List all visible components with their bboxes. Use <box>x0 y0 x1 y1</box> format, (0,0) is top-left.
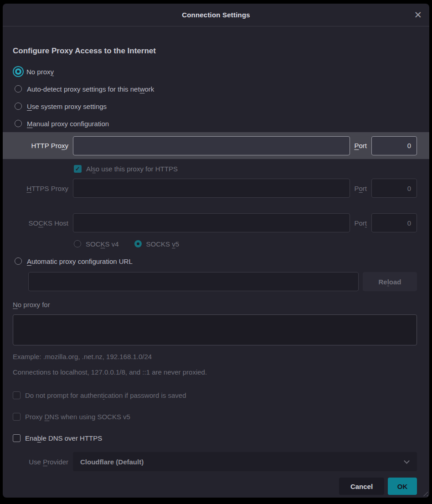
chevron-down-icon <box>404 458 410 464</box>
checked-checkbox-icon: ✓ <box>74 165 82 173</box>
http-proxy-row: HTTP Proxy Port <box>3 132 429 159</box>
radio-auto-detect[interactable]: Auto-detect proxy settings for this netw… <box>13 80 417 98</box>
connection-settings-dialog: Connection Settings ✕ Configure Proxy Ac… <box>3 4 429 498</box>
enable-doh-label: Enable DNS over HTTPS <box>25 434 102 442</box>
reload-button: Reload <box>363 272 417 291</box>
radio-selected-icon <box>15 68 21 75</box>
also-https-checkbox-row: ✓ Also use this proxy for HTTPS <box>74 163 417 175</box>
https-port-label: Port <box>354 185 367 192</box>
no-prompt-auth-label: Do not prompt for authentication if pass… <box>25 391 186 399</box>
socks-host-label: SOCKS Host <box>13 219 73 227</box>
automatic-proxy-url-label: Automatic proxy configuration URL <box>27 257 133 265</box>
http-port-label: Port <box>354 142 367 149</box>
radio-icon <box>15 85 22 93</box>
checkbox-enable-doh[interactable]: Enable DNS over HTTPS <box>13 432 417 444</box>
http-proxy-input[interactable] <box>73 136 350 155</box>
also-https-label: Also use this proxy for HTTPS <box>86 165 178 173</box>
dialog-button-row: Cancel OK <box>13 478 417 495</box>
https-proxy-input <box>73 179 350 198</box>
proxy-mode-radio-group: No proxy Auto-detect proxy settings for … <box>13 63 417 132</box>
radio-manual-proxy-label: Manual proxy configuration <box>27 120 109 128</box>
no-proxy-for-textarea[interactable] <box>13 314 417 345</box>
unchecked-checkbox-icon <box>13 391 21 399</box>
provider-select: Cloudflare (Default) <box>73 452 417 471</box>
radio-use-system-label: Use system proxy settings <box>27 103 107 110</box>
close-icon[interactable]: ✕ <box>414 4 422 26</box>
automatic-proxy-url-input <box>28 272 359 291</box>
dialog-title: Connection Settings <box>182 11 250 19</box>
radio-no-proxy[interactable]: No proxy <box>13 63 417 80</box>
dialog-titlebar: Connection Settings ✕ <box>3 4 429 26</box>
http-proxy-label: HTTP Proxy <box>13 142 73 149</box>
radio-automatic-proxy-url[interactable]: Automatic proxy configuration URL <box>13 255 417 267</box>
socks-port-input <box>371 213 417 232</box>
radio-icon <box>15 257 22 265</box>
socks-v5-label: SOCKS v5 <box>146 240 180 248</box>
unchecked-checkbox-icon <box>13 434 21 442</box>
radio-manual-proxy[interactable]: Manual proxy configuration <box>13 115 417 132</box>
checkbox-no-prompt-auth: Do not prompt for authentication if pass… <box>13 389 417 401</box>
radio-icon <box>15 103 22 110</box>
https-port-input <box>371 179 417 198</box>
dialog-content: Configure Proxy Access to the Internet N… <box>3 46 429 495</box>
radio-no-proxy-label: No proxy <box>26 68 54 76</box>
localhost-note-text: Connections to localhost, 127.0.0.1/8, a… <box>13 368 417 377</box>
proxy-dns-label: Proxy DNS when using SOCKS v5 <box>25 413 130 421</box>
doh-provider-row: Use Provider Cloudflare (Default) <box>13 452 417 471</box>
page-title: Configure Proxy Access to the Internet <box>13 46 417 57</box>
socks-host-row: SOCKS Host Port <box>13 213 417 232</box>
http-port-input[interactable] <box>371 136 417 155</box>
socks-port-label: Port <box>354 219 367 227</box>
cancel-button[interactable]: Cancel <box>339 478 384 495</box>
no-proxy-example-text: Example: .mozilla.org, .net.nz, 192.168.… <box>13 353 417 362</box>
socks-v4-label: SOCKS v4 <box>86 240 119 248</box>
radio-icon <box>74 240 81 247</box>
https-proxy-row: HTTPS Proxy Port <box>13 179 417 198</box>
radio-use-system[interactable]: Use system proxy settings <box>13 98 417 115</box>
automatic-proxy-url-row: Reload <box>28 272 417 291</box>
socks-version-radio-group: SOCKS v4 SOCKS v5 <box>74 239 417 249</box>
https-proxy-label: HTTPS Proxy <box>13 185 73 192</box>
radio-auto-detect-label: Auto-detect proxy settings for this netw… <box>27 85 154 93</box>
provider-selected-value: Cloudflare (Default) <box>80 458 144 466</box>
no-proxy-for-label: No proxy for <box>13 301 417 311</box>
radio-icon <box>15 120 22 127</box>
unchecked-checkbox-icon <box>13 413 21 421</box>
socks-host-input <box>73 213 350 232</box>
checkbox-proxy-dns-socks5: Proxy DNS when using SOCKS v5 <box>13 411 417 422</box>
radio-selected-icon <box>134 240 142 247</box>
ok-button[interactable]: OK <box>388 478 417 495</box>
use-provider-label: Use Provider <box>13 458 73 466</box>
